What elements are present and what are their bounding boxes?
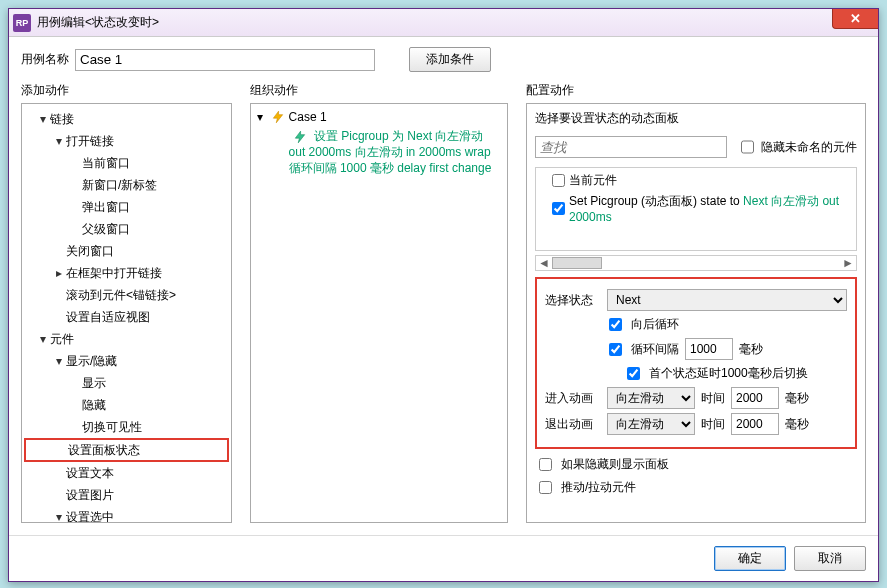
list-item-picgroup[interactable]: Set Picgroup (动态面板) state to Next 向左滑动 o… — [538, 191, 854, 226]
anim-in-dropdown[interactable]: 向左滑动 — [607, 387, 695, 409]
tree-item-label: 元件 — [50, 330, 74, 348]
case-name-text: Case 1 — [289, 110, 327, 124]
caret-icon: ▾ — [56, 132, 66, 150]
tree-item[interactable]: ▾元件 — [24, 328, 229, 350]
organize-actions-column: 组织动作 ▾ Case 1 设置 Picgroup 为 Next 向左滑动 ou — [250, 82, 508, 523]
add-actions-column: 添加动作 ▾链接▾打开链接当前窗口新窗口/新标签弹出窗口父级窗口关闭窗口▸在框架… — [21, 82, 232, 523]
tree-item-label: 显示/隐藏 — [66, 352, 117, 370]
tree-item[interactable]: 设置图片 — [24, 484, 229, 506]
close-button[interactable]: ✕ — [832, 9, 878, 29]
tree-item-label: 显示 — [82, 374, 106, 392]
tree-item-label: 设置图片 — [66, 486, 114, 504]
anim-out-label: 退出动画 — [545, 416, 601, 433]
tree-item-label: 关闭窗口 — [66, 242, 114, 260]
organize-actions-header: 组织动作 — [250, 82, 508, 99]
tree-item[interactable]: 设置文本 — [24, 462, 229, 484]
tree-item-label: 切换可见性 — [82, 418, 142, 436]
tree-item[interactable]: 新窗口/新标签 — [24, 174, 229, 196]
caret-icon: ▾ — [56, 352, 66, 370]
case-node[interactable]: ▾ Case 1 — [253, 108, 505, 126]
ok-button[interactable]: 确定 — [714, 546, 786, 571]
actions-tree-panel[interactable]: ▾链接▾打开链接当前窗口新窗口/新标签弹出窗口父级窗口关闭窗口▸在框架中打开链接… — [21, 103, 232, 523]
use-case-editor-window: RP 用例编辑<状态改变时> ✕ 用例名称 添加条件 添加动作 ▾链接▾打开链接… — [8, 8, 879, 582]
tree-item[interactable]: 父级窗口 — [24, 218, 229, 240]
scroll-left-icon[interactable]: ◄ — [536, 256, 552, 270]
hide-unnamed-checkbox[interactable] — [741, 136, 754, 158]
case-name-label: 用例名称 — [21, 51, 69, 68]
name-row: 用例名称 添加条件 — [21, 47, 866, 72]
tree-item[interactable]: ▾设置选中 — [24, 506, 229, 523]
hide-unnamed-option[interactable]: 隐藏未命名的元件 — [737, 133, 857, 161]
scroll-thumb[interactable] — [552, 257, 602, 269]
tree-item-label: 隐藏 — [82, 396, 106, 414]
caret-icon: ▾ — [40, 110, 50, 128]
tree-item-label: 滚动到元件<锚链接> — [66, 286, 176, 304]
state-settings-highlight: 选择状态 Next 向后循环 循环间隔 — [535, 277, 857, 449]
picgroup-checkbox[interactable] — [552, 202, 565, 215]
configure-action-header: 配置动作 — [526, 82, 866, 99]
tree-item[interactable]: ▸在框架中打开链接 — [24, 262, 229, 284]
add-condition-button[interactable]: 添加条件 — [409, 47, 491, 72]
tree-item[interactable]: ▾显示/隐藏 — [24, 350, 229, 372]
tree-item-label: 当前窗口 — [82, 154, 130, 172]
tree-item[interactable]: ▾链接 — [24, 108, 229, 130]
tree-item-label: 链接 — [50, 110, 74, 128]
content: 用例名称 添加条件 添加动作 ▾链接▾打开链接当前窗口新窗口/新标签弹出窗口父级… — [9, 37, 878, 535]
push-pull-checkbox[interactable] — [539, 481, 552, 494]
tree-item[interactable]: 当前窗口 — [24, 152, 229, 174]
tree-item[interactable]: 显示 — [24, 372, 229, 394]
add-actions-header: 添加动作 — [21, 82, 232, 99]
tree-item[interactable]: 关闭窗口 — [24, 240, 229, 262]
tree-item[interactable]: 切换可见性 — [24, 416, 229, 438]
case-name-input[interactable] — [75, 49, 375, 71]
scroll-right-icon[interactable]: ► — [840, 256, 856, 270]
delay-checkbox[interactable] — [627, 367, 640, 380]
choose-panel-label: 选择要设置状态的动态面板 — [535, 110, 857, 127]
configure-panel: 选择要设置状态的动态面板 隐藏未命名的元件 当前元件 — [526, 103, 866, 523]
list-item-current[interactable]: 当前元件 — [538, 170, 854, 191]
tree-item-label: 新窗口/新标签 — [82, 176, 157, 194]
cancel-button[interactable]: 取消 — [794, 546, 866, 571]
tree-item[interactable]: 隐藏 — [24, 394, 229, 416]
select-state-dropdown[interactable]: Next — [607, 289, 847, 311]
close-icon: ✕ — [850, 11, 861, 26]
anim-in-label: 进入动画 — [545, 390, 601, 407]
anim-in-time-input[interactable] — [731, 387, 779, 409]
caret-icon: ▾ — [40, 330, 50, 348]
titlebar: RP 用例编辑<状态改变时> ✕ — [9, 9, 878, 37]
tree-item-label: 设置自适应视图 — [66, 308, 150, 326]
tree-item-label: 打开链接 — [66, 132, 114, 150]
current-checkbox[interactable] — [552, 174, 565, 187]
tree-item[interactable]: ▾打开链接 — [24, 130, 229, 152]
tree-item-label: 弹出窗口 — [82, 198, 130, 216]
scroll-track[interactable] — [552, 256, 840, 270]
wrap-checkbox[interactable] — [609, 318, 622, 331]
tree-item[interactable]: 弹出窗口 — [24, 196, 229, 218]
tree-item-label: 在框架中打开链接 — [66, 264, 162, 282]
lightning-icon — [293, 130, 307, 144]
interval-checkbox[interactable] — [609, 343, 622, 356]
tree-item-label: 设置文本 — [66, 464, 114, 482]
caret-icon: ▸ — [56, 264, 66, 282]
dynamic-panel-list[interactable]: 当前元件 Set Picgroup (动态面板) state to Next 向… — [535, 167, 857, 251]
dialog-footer: 确定 取消 — [9, 535, 878, 581]
tree-item-label: 设置选中 — [66, 508, 114, 523]
select-state-label: 选择状态 — [545, 292, 601, 309]
tree-item-label: 父级窗口 — [82, 220, 130, 238]
caret-icon: ▾ — [257, 110, 267, 124]
case-tree-panel[interactable]: ▾ Case 1 设置 Picgroup 为 Next 向左滑动 out 200… — [250, 103, 508, 523]
app-icon: RP — [13, 14, 31, 32]
horizontal-scrollbar[interactable]: ◄ ► — [535, 255, 857, 271]
case-action-text[interactable]: 设置 Picgroup 为 Next 向左滑动 out 2000ms 向左滑动 … — [253, 126, 505, 178]
tree-item[interactable]: 设置面板状态 — [24, 438, 229, 462]
anim-out-dropdown[interactable]: 向左滑动 — [607, 413, 695, 435]
caret-icon: ▾ — [56, 508, 66, 523]
show-if-hidden-checkbox[interactable] — [539, 458, 552, 471]
search-input[interactable] — [535, 136, 727, 158]
anim-out-time-input[interactable] — [731, 413, 779, 435]
interval-input[interactable] — [685, 338, 733, 360]
tree-item[interactable]: 设置自适应视图 — [24, 306, 229, 328]
lightning-icon — [271, 110, 285, 124]
tree-item-label: 设置面板状态 — [68, 441, 140, 459]
tree-item[interactable]: 滚动到元件<锚链接> — [24, 284, 229, 306]
